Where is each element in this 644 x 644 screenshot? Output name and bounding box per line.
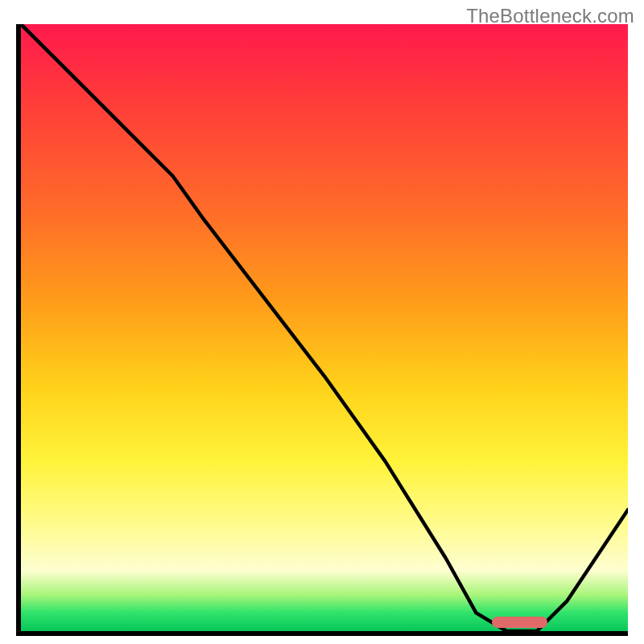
plot-area: [16, 24, 628, 636]
optimum-marker: [492, 617, 547, 628]
bottleneck-curve: [21, 24, 628, 631]
